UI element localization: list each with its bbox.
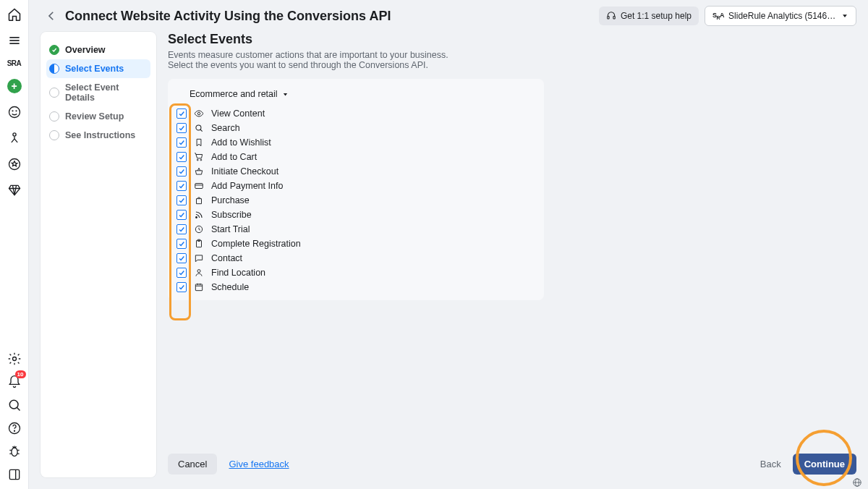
sidebar-step-overview[interactable]: Overview <box>46 41 150 59</box>
menu-icon[interactable] <box>7 33 22 48</box>
steps-sidebar: Overview Select Events Select Event Deta… <box>41 32 156 477</box>
event-label: Subscribe <box>211 210 252 220</box>
event-row[interactable]: Add to Wishlist <box>171 135 541 150</box>
person-icon <box>194 268 204 278</box>
notifications-badge: 10 <box>15 370 26 378</box>
event-checkbox[interactable] <box>176 224 187 234</box>
calendar-icon <box>194 282 204 292</box>
left-rail: SRA + 10 <box>0 0 29 489</box>
setup-help-button[interactable]: Get 1:1 setup help <box>599 7 699 25</box>
event-row[interactable]: Contact <box>171 251 541 265</box>
continue-button[interactable]: Continue <box>793 454 856 475</box>
event-row[interactable]: View Content <box>171 106 541 121</box>
account-selector[interactable]: SRA SlideRule Analytics (5146348329... <box>705 6 856 26</box>
sidebar-step-select-events[interactable]: Select Events <box>46 59 150 78</box>
event-checkbox[interactable] <box>176 268 187 278</box>
step-pending-icon <box>49 130 59 140</box>
event-checkbox[interactable] <box>176 166 187 177</box>
event-checkbox[interactable] <box>176 239 187 249</box>
search-icon[interactable] <box>7 398 22 412</box>
bookmark-icon <box>194 137 204 148</box>
svg-line-10 <box>17 407 20 410</box>
event-row[interactable]: Schedule <box>171 280 541 294</box>
clipboard-icon <box>194 239 204 249</box>
event-card: Ecommerce and retail View ContentSearchA… <box>168 79 544 300</box>
event-checkbox[interactable] <box>176 181 187 191</box>
event-row[interactable]: Complete Registration <box>171 237 541 251</box>
sra-badge[interactable]: SRA <box>7 59 22 67</box>
event-row[interactable]: Add Payment Info <box>171 179 541 193</box>
back-button[interactable]: Back <box>760 459 781 469</box>
emoji-icon[interactable] <box>7 105 22 119</box>
sidebar-step-review-setup[interactable]: Review Setup <box>46 107 150 126</box>
globe-icon[interactable] <box>852 477 862 488</box>
step-done-icon <box>49 45 59 55</box>
topbar: Connect Website Activity Using the Conve… <box>29 0 868 32</box>
bag-icon <box>194 195 204 205</box>
step-pending-icon <box>49 88 59 98</box>
event-row[interactable]: Find Location <box>171 265 541 280</box>
event-checkbox[interactable] <box>176 195 187 205</box>
basket-icon <box>194 166 204 177</box>
event-label: Schedule <box>211 282 249 292</box>
cancel-button[interactable]: Cancel <box>168 454 217 475</box>
eye-icon <box>194 109 204 119</box>
event-label: View Content <box>211 109 265 119</box>
event-label: Purchase <box>211 195 250 205</box>
event-checkbox[interactable] <box>176 137 187 148</box>
event-row[interactable]: Search <box>171 121 541 135</box>
event-label: Initiate Checkout <box>211 166 278 177</box>
event-checkbox[interactable] <box>176 152 187 162</box>
event-label: Start Trial <box>211 224 250 234</box>
event-checkbox[interactable] <box>176 253 187 263</box>
card-icon <box>194 181 204 191</box>
back-icon[interactable] <box>41 5 62 27</box>
event-checkbox[interactable] <box>176 109 187 119</box>
page-title: Connect Website Activity Using the Conve… <box>65 9 391 24</box>
bug-icon[interactable] <box>7 444 22 459</box>
home-icon[interactable] <box>7 7 22 22</box>
svg-rect-25 <box>195 184 203 189</box>
main-panel: Select Events Events measure customer ac… <box>168 32 856 477</box>
event-row[interactable]: Start Trial <box>171 222 541 237</box>
create-button[interactable]: + <box>7 79 22 93</box>
cart-icon <box>194 152 204 162</box>
event-row[interactable]: Initiate Checkout <box>171 164 541 179</box>
category-select[interactable]: Ecommerce and retail <box>182 85 296 103</box>
event-checkbox[interactable] <box>176 210 187 220</box>
search-icon <box>194 123 204 133</box>
chevron-down-icon <box>841 12 848 20</box>
notifications-icon[interactable]: 10 <box>7 375 22 389</box>
headset-icon <box>606 11 616 21</box>
star-icon[interactable] <box>7 157 22 171</box>
event-row[interactable]: Add to Cart <box>171 150 541 164</box>
panel-icon[interactable] <box>7 467 22 482</box>
settings-icon[interactable] <box>7 352 22 366</box>
content-description: Events measure customer actions that are… <box>168 50 472 70</box>
step-pending-icon <box>49 111 59 122</box>
sidebar-step-see-instructions[interactable]: See Instructions <box>46 126 150 145</box>
event-checkbox[interactable] <box>176 282 187 292</box>
svg-point-27 <box>196 217 197 218</box>
event-row[interactable]: Subscribe <box>171 208 541 222</box>
svg-point-24 <box>200 159 202 161</box>
step-active-icon <box>49 64 59 74</box>
svg-point-4 <box>12 111 13 111</box>
footer: Cancel Give feedback Back Continue <box>168 454 856 477</box>
svg-point-3 <box>9 107 20 118</box>
svg-point-5 <box>16 111 17 111</box>
feedback-link[interactable]: Give feedback <box>229 459 289 469</box>
event-checkbox[interactable] <box>176 123 187 133</box>
event-row[interactable]: Purchase <box>171 193 541 208</box>
svg-point-13 <box>11 448 17 456</box>
sidebar-step-select-event-details[interactable]: Select Event Details <box>46 78 150 107</box>
account-name: SlideRule Analytics (5146348329... <box>728 11 837 21</box>
svg-marker-18 <box>843 14 847 17</box>
audience-icon[interactable] <box>7 131 22 145</box>
help-icon[interactable] <box>7 421 22 435</box>
event-label: Find Location <box>211 268 265 278</box>
event-label: Search <box>211 123 240 133</box>
svg-point-23 <box>197 159 198 161</box>
diamond-icon[interactable] <box>7 183 22 197</box>
svg-point-31 <box>197 270 200 273</box>
